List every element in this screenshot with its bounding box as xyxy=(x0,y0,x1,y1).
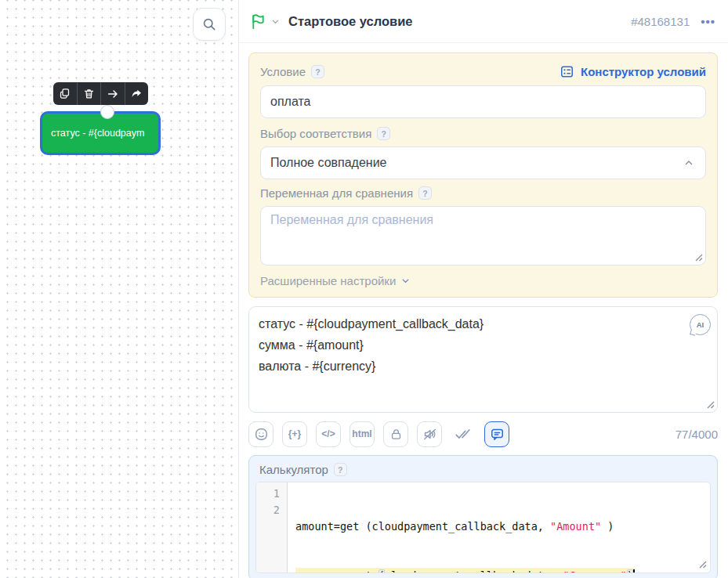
calculator-section: Калькулятор ? 1 2 amount=get (cloudpayme… xyxy=(248,455,718,578)
constructor-label: Конструктор условий xyxy=(581,65,706,78)
mute-icon xyxy=(422,427,437,442)
more-menu-button[interactable]: ••• xyxy=(701,15,715,28)
chevron-down-icon xyxy=(270,16,281,27)
help-icon[interactable]: ? xyxy=(377,127,390,140)
node-label: статус - #{cloudpaym xyxy=(51,128,144,139)
calculator-editor[interactable]: 1 2 amount=get (cloudpayment_callback_da… xyxy=(255,482,711,573)
message-text-input[interactable]: статус - #{cloudpayment_callback_data} с… xyxy=(248,306,718,413)
help-icon[interactable]: ? xyxy=(334,463,347,476)
ai-badge-label: AI xyxy=(697,320,704,329)
constructor-icon xyxy=(560,64,574,79)
double-check-icon xyxy=(455,425,472,443)
arrow-right-icon xyxy=(107,88,119,100)
message-bubble-icon xyxy=(490,427,505,442)
html-button[interactable]: html xyxy=(350,421,375,447)
match-type-label: Выбор соответствия xyxy=(260,127,371,140)
message-mode-button[interactable] xyxy=(484,421,509,447)
chevron-down-icon xyxy=(400,276,411,286)
comparison-variable-input[interactable] xyxy=(260,206,706,266)
char-counter: 77/4000 xyxy=(675,428,718,441)
insert-variable-button[interactable]: {+} xyxy=(282,421,307,447)
node-toolbar xyxy=(53,82,148,105)
flag-icon xyxy=(249,13,267,31)
emoji-button[interactable] xyxy=(248,421,273,447)
code-icon: </> xyxy=(321,428,335,439)
line-number: 1 xyxy=(256,486,280,502)
share-node-button[interactable] xyxy=(125,82,149,105)
calculator-label: Калькулятор xyxy=(259,463,328,476)
trash-icon xyxy=(83,88,95,99)
node-type-dropdown[interactable] xyxy=(249,13,281,31)
code-area[interactable]: amount=get (cloudpayment_callback_data, … xyxy=(288,482,710,573)
lock-button[interactable] xyxy=(383,421,408,447)
text-cursor xyxy=(633,569,635,573)
ai-assistant-button[interactable]: AI xyxy=(690,314,711,335)
delete-node-button[interactable] xyxy=(78,82,102,105)
condition-constructor-button[interactable]: Конструктор условий xyxy=(560,64,706,79)
mute-button[interactable] xyxy=(417,421,442,447)
flow-canvas[interactable]: статус - #{cloudpaym xyxy=(0,0,238,578)
message-toolbar: {+} </> html xyxy=(248,421,718,447)
condition-section: Условие ? Конструктор условий Выбор соот… xyxy=(248,52,718,298)
condition-label: Условие xyxy=(260,65,306,78)
flow-node-start-condition[interactable]: статус - #{cloudpaym xyxy=(40,111,161,155)
panel-header: Стартовое условие #48168131 ••• xyxy=(239,0,728,43)
smiley-icon xyxy=(254,427,269,442)
advanced-settings-label: Расширенные настройки xyxy=(260,274,396,287)
search-button[interactable] xyxy=(193,8,226,41)
details-panel: Стартовое условие #48168131 ••• Условие … xyxy=(238,0,728,578)
line-number-gutter: 1 2 xyxy=(256,482,288,573)
match-type-select[interactable]: Полное совпадение xyxy=(260,146,706,179)
copy-node-button[interactable] xyxy=(53,82,78,105)
help-icon[interactable]: ? xyxy=(311,65,324,78)
advanced-settings-toggle[interactable]: Расширенные настройки xyxy=(260,274,706,287)
insert-variable-icon: {+} xyxy=(288,428,301,439)
chevron-up-icon xyxy=(683,157,694,168)
node-connector[interactable] xyxy=(100,105,114,119)
search-icon xyxy=(201,16,217,32)
goto-node-button[interactable] xyxy=(101,82,125,105)
node-id-badge: #48168131 xyxy=(631,15,690,28)
read-check-button[interactable] xyxy=(451,421,476,447)
share-icon xyxy=(130,88,143,100)
code-line: currency=get (cloudpayment_callback_data… xyxy=(295,568,710,573)
code-button[interactable]: </> xyxy=(316,421,341,447)
match-type-value: Полное совпадение xyxy=(270,156,387,170)
page-title: Стартовое условие xyxy=(288,14,413,29)
copy-icon xyxy=(59,88,71,99)
lock-icon xyxy=(389,428,403,441)
help-icon[interactable]: ? xyxy=(418,186,432,200)
condition-input[interactable] xyxy=(260,85,706,118)
code-line: amount=get (cloudpayment_callback_data, … xyxy=(295,518,710,535)
line-number: 2 xyxy=(256,502,280,518)
html-icon: html xyxy=(352,428,371,439)
comparison-variable-label: Переменная для сравнения xyxy=(260,186,413,200)
